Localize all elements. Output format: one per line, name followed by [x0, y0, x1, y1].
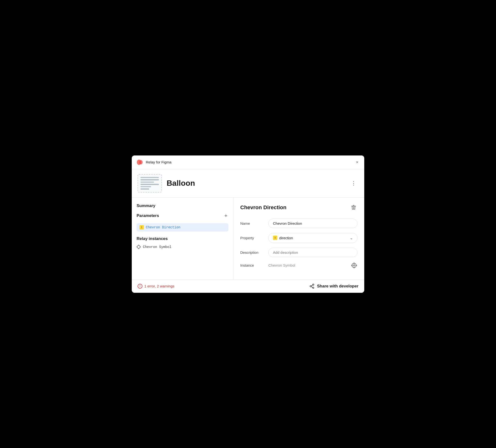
thumb-line-5	[140, 186, 151, 187]
main-content: Summary Parameters + ! Chevron Direction…	[132, 198, 364, 279]
dropdown-left: ! direction	[273, 236, 293, 240]
error-section: ! 1 error, 2 warnings	[138, 284, 174, 289]
footer: ! 1 error, 2 warnings Share with develop…	[132, 279, 364, 293]
right-panel: Chevron Direction Name	[233, 198, 364, 279]
titlebar-left: Relay for Figma	[137, 159, 171, 166]
diamond-icon	[137, 245, 140, 249]
description-input[interactable]	[268, 248, 357, 257]
instance-item-label: Chevron Symbol	[143, 245, 171, 249]
share-icon	[309, 284, 315, 289]
svg-point-13	[313, 284, 314, 285]
component-header: Balloon ⋮	[132, 169, 364, 198]
thumb-line-6	[140, 188, 149, 190]
diamond-shape	[136, 245, 141, 249]
property-field-row: Property ! direction ⌄	[240, 233, 357, 243]
svg-point-14	[310, 286, 311, 287]
svg-line-5	[354, 207, 355, 209]
description-label: Description	[240, 250, 264, 255]
svg-point-1	[139, 160, 143, 164]
titlebar-title: Relay for Figma	[146, 160, 171, 164]
name-input[interactable]	[268, 219, 357, 228]
thumb-line-2	[140, 179, 159, 180]
parameters-section-header: Parameters +	[137, 213, 228, 218]
component-header-left: Balloon	[138, 174, 195, 193]
add-parameter-button[interactable]: +	[223, 213, 228, 218]
svg-line-17	[311, 286, 313, 287]
instance-value: Chevron Symbol	[268, 263, 295, 267]
thumb-line-3	[140, 182, 154, 183]
svg-rect-3	[353, 205, 354, 206]
left-panel: Summary Parameters + ! Chevron Direction…	[132, 198, 233, 279]
crosshair-icon	[351, 262, 357, 269]
chevron-direction-param-item[interactable]: ! Chevron Direction	[137, 223, 228, 232]
close-button[interactable]: ×	[355, 159, 359, 165]
thumb-line-4	[140, 184, 159, 185]
name-field-row: Name	[240, 219, 357, 228]
instance-item[interactable]: Chevron Symbol	[137, 244, 228, 250]
property-dropdown[interactable]: ! direction ⌄	[268, 233, 357, 243]
svg-line-16	[311, 285, 313, 286]
instance-field-row: Instance Chevron Symbol	[240, 262, 357, 269]
relay-logo-icon	[137, 159, 143, 166]
component-name: Balloon	[167, 179, 195, 188]
svg-line-4	[353, 207, 353, 209]
property-warning-icon: !	[273, 236, 277, 240]
svg-point-15	[313, 287, 314, 288]
relay-instances-section: Relay instances Chevron Symbol	[137, 236, 228, 250]
more-options-button[interactable]: ⋮	[349, 179, 358, 187]
thumb-line-1	[140, 177, 159, 178]
description-field-row: Description	[240, 248, 357, 257]
property-value: direction	[279, 236, 293, 240]
summary-section-title: Summary	[137, 203, 228, 208]
error-icon: !	[138, 284, 142, 289]
relay-instances-title: Relay instances	[137, 236, 228, 241]
instance-label: Instance	[240, 263, 264, 267]
parameters-title: Parameters	[137, 213, 159, 218]
trash-icon	[351, 204, 356, 210]
component-thumbnail	[138, 174, 162, 193]
share-with-developer-button[interactable]: Share with developer	[309, 284, 358, 289]
param-item-label: Chevron Direction	[146, 225, 180, 229]
right-panel-header: Chevron Direction	[240, 203, 357, 212]
property-label: Property	[240, 236, 264, 240]
name-label: Name	[240, 221, 264, 225]
svg-point-8	[353, 265, 355, 266]
titlebar: Relay for Figma ×	[132, 155, 364, 169]
chevron-down-icon: ⌄	[350, 236, 353, 240]
warning-icon: !	[140, 225, 144, 230]
share-label: Share with developer	[317, 284, 358, 289]
delete-button[interactable]	[350, 203, 357, 212]
error-text: 1 error, 2 warnings	[144, 284, 174, 288]
target-icon[interactable]	[351, 262, 357, 269]
instance-field: Chevron Symbol	[268, 262, 357, 269]
right-panel-title: Chevron Direction	[240, 204, 287, 211]
